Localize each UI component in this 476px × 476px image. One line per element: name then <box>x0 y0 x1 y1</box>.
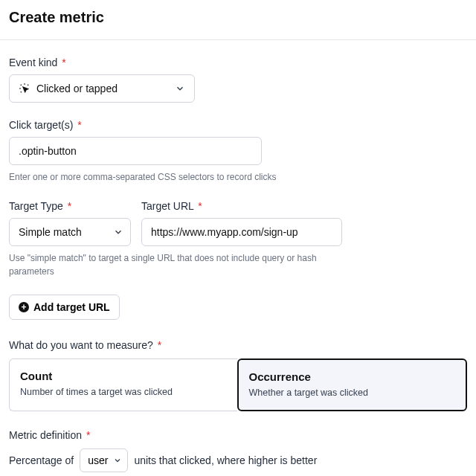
metric-unit-select[interactable]: user <box>80 448 128 472</box>
click-targets-input[interactable] <box>9 137 262 165</box>
click-targets-field: Click target(s) * Enter one or more comm… <box>9 119 467 184</box>
target-row: Target Type * Simple match Target URL * <box>9 200 467 246</box>
create-metric-form: Event kind * Clicked or tapped Click tar… <box>0 40 476 476</box>
measure-field: What do you want to measure? * Count Num… <box>9 339 467 411</box>
target-url-input[interactable] <box>141 218 342 246</box>
required-indicator: * <box>198 200 202 212</box>
measure-options: Count Number of times a target was click… <box>9 358 467 411</box>
measure-label-text: What do you want to measure? <box>9 339 153 351</box>
click-targets-label: Click target(s) * <box>9 119 467 131</box>
target-type-value: Simple match <box>19 226 82 238</box>
click-targets-hint: Enter one or more comma-separated CSS se… <box>9 171 467 184</box>
event-kind-value: Clicked or tapped <box>36 83 169 94</box>
event-kind-label: Event kind * <box>9 57 195 68</box>
measure-option-title: Occurrence <box>249 370 456 383</box>
target-type-label-text: Target Type <box>9 200 63 212</box>
measure-option-title: Count <box>20 370 227 382</box>
plus-circle-icon: + <box>19 302 29 312</box>
add-target-row: + Add target URL <box>9 295 467 320</box>
cursor-click-icon <box>19 83 30 94</box>
required-indicator: * <box>86 429 90 441</box>
metric-unit-value: user <box>88 454 108 466</box>
required-indicator: * <box>158 339 161 351</box>
metric-def-suffix: units that clicked, where higher is bett… <box>134 454 317 466</box>
metric-definition-sentence: Percentage of user units that clicked, w… <box>9 448 467 472</box>
event-kind-select[interactable]: Clicked or tapped <box>9 74 195 103</box>
measure-option-desc: Whether a target was clicked <box>249 387 456 398</box>
metric-definition-field: Metric definition * Percentage of user u… <box>9 429 467 472</box>
measure-option-count[interactable]: Count Number of times a target was click… <box>9 358 237 411</box>
required-indicator: * <box>68 200 71 212</box>
measure-option-occurrence[interactable]: Occurrence Whether a target was clicked <box>237 358 468 411</box>
add-target-url-button[interactable]: + Add target URL <box>9 295 120 320</box>
event-kind-label-text: Event kind <box>9 57 57 68</box>
target-url-field: Target URL * <box>141 200 342 246</box>
page-title: Create metric <box>0 0 476 40</box>
event-kind-field: Event kind * Clicked or tapped <box>9 57 195 103</box>
chevron-down-icon <box>175 83 185 94</box>
metric-def-prefix: Percentage of <box>9 454 74 466</box>
target-url-label-text: Target URL <box>141 200 193 212</box>
required-indicator: * <box>62 57 65 68</box>
click-targets-label-text: Click target(s) <box>9 119 73 131</box>
target-type-hint: Use "simple match" to target a single UR… <box>9 252 351 278</box>
measure-option-desc: Number of times a target was clicked <box>20 387 227 397</box>
add-target-url-label: Add target URL <box>33 301 110 313</box>
target-type-label: Target Type * <box>9 200 131 212</box>
measure-label: What do you want to measure? * <box>9 339 467 351</box>
metric-definition-label-text: Metric definition <box>9 429 82 441</box>
target-type-select[interactable]: Simple match <box>9 218 131 246</box>
metric-definition-label: Metric definition * <box>9 429 467 441</box>
target-url-label: Target URL * <box>141 200 342 212</box>
required-indicator: * <box>77 119 81 131</box>
target-type-field: Target Type * Simple match <box>9 200 131 246</box>
